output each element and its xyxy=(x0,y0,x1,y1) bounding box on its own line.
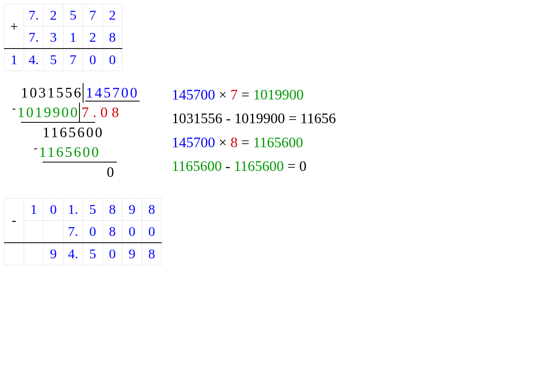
digit-cell: 4. xyxy=(63,243,83,265)
minus-icon: - xyxy=(12,100,17,120)
divisor: 145700 xyxy=(85,85,140,102)
step-op: = xyxy=(287,158,295,174)
addition-operator: + xyxy=(4,4,24,49)
subtraction-table: - 1 0 1. 5 8 9 8 7. 0 8 0 0 9 4. 5 0 9 8 xyxy=(4,198,162,265)
dividend: 1031556 xyxy=(21,83,83,103)
step-op: = xyxy=(241,134,249,150)
digit-cell: 5 xyxy=(83,243,103,265)
digit-cell: 7. xyxy=(24,26,44,49)
digit-cell: 2 xyxy=(44,4,63,26)
subtract-2: 1165600 xyxy=(39,142,100,162)
digit-cell: 7 xyxy=(83,4,103,26)
digit-cell: 7. xyxy=(63,220,83,243)
digit-cell: 5 xyxy=(83,198,103,220)
step-value: 1165600 xyxy=(253,134,303,150)
digit-cell: 0 xyxy=(83,220,103,243)
long-division-work: 1031556 145700 - 1019900 7.08 1165600 - … xyxy=(4,83,140,182)
digit-cell: 2 xyxy=(83,26,103,49)
digit-cell: 9 xyxy=(122,198,142,220)
step-op: - xyxy=(226,158,230,174)
digit-cell: 2 xyxy=(103,4,122,26)
addition-table: + 7. 2 5 7 2 7. 3 1 2 8 1 4. 5 7 0 0 xyxy=(4,4,122,71)
step-value: 145700 xyxy=(172,87,215,103)
subtract-1: 1019900 xyxy=(17,103,79,122)
addition-block: + 7. 2 5 7 2 7. 3 1 2 8 1 4. 5 7 0 0 xyxy=(4,4,553,71)
digit-cell xyxy=(24,243,44,265)
step-op: × xyxy=(219,134,227,150)
digit-cell: 8 xyxy=(103,198,122,220)
step-value: 145700 xyxy=(172,134,215,150)
division-section: 1031556 145700 - 1019900 7.08 1165600 - … xyxy=(4,83,553,182)
subtraction-block: - 1 0 1. 5 8 9 8 7. 0 8 0 0 9 4. 5 0 9 8 xyxy=(4,198,553,265)
digit-cell xyxy=(24,220,44,243)
digit-cell: 9 xyxy=(44,243,63,265)
digit-cell xyxy=(4,243,24,265)
digit-cell: 8 xyxy=(103,26,122,49)
digit-cell: 5 xyxy=(44,49,63,71)
digit-cell: 8 xyxy=(142,243,162,265)
digit-cell: 0 xyxy=(122,220,142,243)
digit-cell xyxy=(44,220,63,243)
digit-cell: 0 xyxy=(103,243,122,265)
step-line: 1165600 - 1165600 = 0 xyxy=(172,154,336,178)
digit-cell: 0 xyxy=(103,49,122,71)
step-explanations: 145700 × 7 = 1019900 1031556 - 1019900 =… xyxy=(172,83,336,179)
digit-cell: 1. xyxy=(63,198,83,220)
step-line: 1031556 - 1019900 = 11656 xyxy=(172,107,336,130)
digit-cell: 0 xyxy=(142,220,162,243)
digit-cell: 7 xyxy=(63,49,83,71)
step-op: × xyxy=(219,87,227,103)
digit-cell: 4. xyxy=(24,49,44,71)
step-value: 1165600 xyxy=(172,158,222,174)
digit-cell: 1 xyxy=(24,198,44,220)
digit-cell: 7. xyxy=(24,4,44,26)
subtraction-operator: - xyxy=(4,198,24,243)
digit-cell: 1 xyxy=(4,49,24,71)
step-value: 1165600 xyxy=(234,158,284,174)
step-value: 1019900 xyxy=(253,87,304,103)
step-value: 8 xyxy=(230,134,238,150)
step-line: 145700 × 8 = 1165600 xyxy=(172,131,336,154)
digit-cell: 0 xyxy=(44,198,63,220)
digit-cell: 8 xyxy=(142,198,162,220)
minus-icon: - xyxy=(34,140,39,160)
quotient: 7.08 xyxy=(79,103,123,122)
digit-cell: 5 xyxy=(63,4,83,26)
step-line: 145700 × 7 = 1019900 xyxy=(172,83,336,107)
digit-cell: 8 xyxy=(103,220,122,243)
step-value: 7 xyxy=(230,87,238,103)
step-op: = xyxy=(241,87,249,103)
digit-cell: 9 xyxy=(122,243,142,265)
final-remainder: 0 xyxy=(107,162,116,182)
digit-cell: 3 xyxy=(44,26,63,49)
digit-cell: 1 xyxy=(63,26,83,49)
digit-cell: 0 xyxy=(83,49,103,71)
step-value: 0 xyxy=(299,158,307,174)
partial-remainder-1: 1165600 xyxy=(43,123,104,142)
